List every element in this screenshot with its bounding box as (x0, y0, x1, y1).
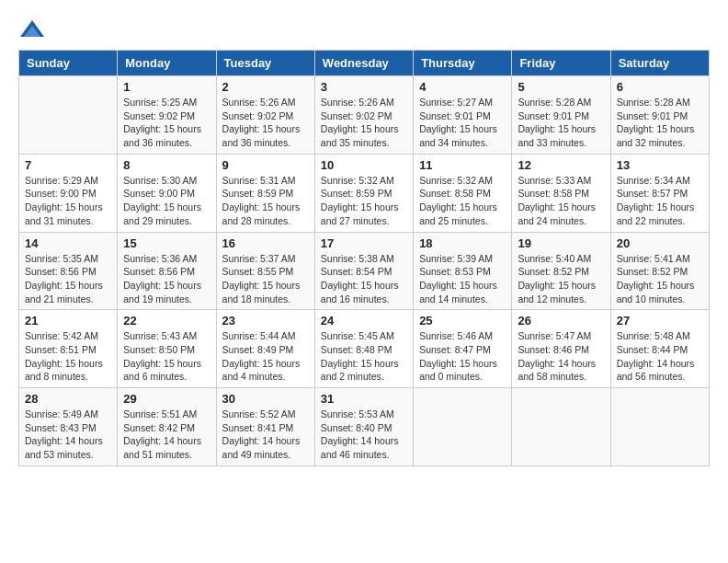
calendar-cell: 6Sunrise: 5:28 AM Sunset: 9:01 PM Daylig… (610, 76, 709, 155)
cell-content: Sunrise: 5:28 AM Sunset: 9:01 PM Dayligh… (617, 96, 703, 150)
cell-content: Sunrise: 5:37 AM Sunset: 8:55 PM Dayligh… (222, 252, 309, 306)
cell-content: Sunrise: 5:51 AM Sunset: 8:42 PM Dayligh… (123, 408, 210, 462)
calendar-week-row: 7Sunrise: 5:29 AM Sunset: 9:00 PM Daylig… (19, 154, 710, 232)
calendar-cell: 20Sunrise: 5:41 AM Sunset: 8:52 PM Dayli… (610, 232, 709, 310)
calendar-cell: 21Sunrise: 5:42 AM Sunset: 8:51 PM Dayli… (19, 310, 118, 388)
day-number: 30 (222, 392, 309, 406)
calendar-day-header: Tuesday (216, 51, 314, 76)
cell-content: Sunrise: 5:48 AM Sunset: 8:44 PM Dayligh… (617, 329, 703, 384)
page-header (18, 18, 710, 40)
calendar-cell: 24Sunrise: 5:45 AM Sunset: 8:48 PM Dayli… (314, 310, 413, 388)
calendar-week-row: 1Sunrise: 5:25 AM Sunset: 9:02 PM Daylig… (19, 76, 710, 155)
calendar-day-header: Thursday (414, 51, 512, 76)
calendar-week-row: 14Sunrise: 5:35 AM Sunset: 8:56 PM Dayli… (19, 232, 710, 310)
day-number: 7 (25, 158, 111, 172)
day-number: 9 (222, 158, 309, 172)
cell-content: Sunrise: 5:35 AM Sunset: 8:56 PM Dayligh… (25, 252, 111, 306)
day-number: 27 (617, 314, 703, 327)
calendar-week-row: 21Sunrise: 5:42 AM Sunset: 8:51 PM Dayli… (19, 310, 710, 388)
calendar-cell: 9Sunrise: 5:31 AM Sunset: 8:59 PM Daylig… (216, 154, 314, 232)
cell-content: Sunrise: 5:26 AM Sunset: 9:02 PM Dayligh… (321, 96, 407, 150)
cell-content: Sunrise: 5:52 AM Sunset: 8:41 PM Dayligh… (222, 408, 309, 462)
cell-content: Sunrise: 5:33 AM Sunset: 8:58 PM Dayligh… (518, 174, 604, 228)
cell-content: Sunrise: 5:29 AM Sunset: 9:00 PM Dayligh… (25, 174, 111, 228)
day-number: 5 (518, 80, 604, 94)
calendar-day-header: Friday (512, 51, 610, 76)
day-number: 14 (25, 236, 111, 250)
day-number: 15 (123, 236, 210, 250)
day-number: 31 (321, 392, 407, 406)
day-number: 8 (123, 158, 210, 172)
calendar-cell: 13Sunrise: 5:34 AM Sunset: 8:57 PM Dayli… (610, 154, 709, 232)
cell-content: Sunrise: 5:39 AM Sunset: 8:53 PM Dayligh… (419, 252, 506, 306)
cell-content: Sunrise: 5:28 AM Sunset: 9:01 PM Dayligh… (518, 96, 604, 150)
logo-icon (18, 18, 46, 40)
calendar-cell: 3Sunrise: 5:26 AM Sunset: 9:02 PM Daylig… (314, 76, 413, 155)
day-number: 3 (321, 80, 407, 94)
day-number: 16 (222, 236, 309, 250)
cell-content: Sunrise: 5:30 AM Sunset: 9:00 PM Dayligh… (123, 174, 210, 228)
day-number: 6 (617, 80, 703, 94)
day-number: 20 (617, 236, 703, 250)
cell-content: Sunrise: 5:44 AM Sunset: 8:49 PM Dayligh… (222, 329, 309, 384)
calendar-cell: 23Sunrise: 5:44 AM Sunset: 8:49 PM Dayli… (216, 310, 314, 388)
cell-content: Sunrise: 5:32 AM Sunset: 8:59 PM Dayligh… (321, 174, 407, 228)
calendar-cell: 22Sunrise: 5:43 AM Sunset: 8:50 PM Dayli… (118, 310, 216, 388)
calendar-cell: 18Sunrise: 5:39 AM Sunset: 8:53 PM Dayli… (414, 232, 512, 310)
calendar-cell: 27Sunrise: 5:48 AM Sunset: 8:44 PM Dayli… (610, 310, 709, 388)
calendar-cell: 2Sunrise: 5:26 AM Sunset: 9:02 PM Daylig… (216, 76, 314, 155)
day-number: 29 (123, 392, 210, 406)
calendar-cell (610, 388, 709, 466)
day-number: 10 (321, 158, 407, 172)
cell-content: Sunrise: 5:47 AM Sunset: 8:46 PM Dayligh… (518, 329, 604, 384)
day-number: 17 (321, 236, 407, 250)
calendar-cell: 30Sunrise: 5:52 AM Sunset: 8:41 PM Dayli… (216, 388, 314, 466)
calendar-cell: 16Sunrise: 5:37 AM Sunset: 8:55 PM Dayli… (216, 232, 314, 310)
cell-content: Sunrise: 5:34 AM Sunset: 8:57 PM Dayligh… (617, 174, 703, 228)
calendar-day-header: Sunday (19, 51, 118, 76)
calendar-cell (414, 388, 512, 466)
cell-content: Sunrise: 5:25 AM Sunset: 9:02 PM Dayligh… (123, 96, 210, 150)
cell-content: Sunrise: 5:43 AM Sunset: 8:50 PM Dayligh… (123, 329, 210, 384)
calendar-cell: 17Sunrise: 5:38 AM Sunset: 8:54 PM Dayli… (314, 232, 413, 310)
cell-content: Sunrise: 5:38 AM Sunset: 8:54 PM Dayligh… (321, 252, 407, 306)
day-number: 28 (25, 392, 111, 406)
calendar-cell: 29Sunrise: 5:51 AM Sunset: 8:42 PM Dayli… (118, 388, 216, 466)
day-number: 23 (222, 314, 309, 327)
cell-content: Sunrise: 5:46 AM Sunset: 8:47 PM Dayligh… (419, 329, 506, 384)
calendar-cell: 4Sunrise: 5:27 AM Sunset: 9:01 PM Daylig… (414, 76, 512, 155)
calendar-week-row: 28Sunrise: 5:49 AM Sunset: 8:43 PM Dayli… (19, 388, 710, 466)
day-number: 18 (419, 236, 506, 250)
calendar-cell: 1Sunrise: 5:25 AM Sunset: 9:02 PM Daylig… (118, 76, 216, 155)
cell-content: Sunrise: 5:40 AM Sunset: 8:52 PM Dayligh… (518, 252, 604, 306)
calendar-cell: 12Sunrise: 5:33 AM Sunset: 8:58 PM Dayli… (512, 154, 610, 232)
calendar-day-header: Saturday (610, 51, 709, 76)
calendar-table: SundayMondayTuesdayWednesdayThursdayFrid… (18, 50, 710, 466)
cell-content: Sunrise: 5:26 AM Sunset: 9:02 PM Dayligh… (222, 96, 309, 150)
cell-content: Sunrise: 5:32 AM Sunset: 8:58 PM Dayligh… (419, 174, 506, 228)
calendar-cell: 26Sunrise: 5:47 AM Sunset: 8:46 PM Dayli… (512, 310, 610, 388)
day-number: 13 (617, 158, 703, 172)
cell-content: Sunrise: 5:53 AM Sunset: 8:40 PM Dayligh… (321, 408, 407, 462)
calendar-cell: 28Sunrise: 5:49 AM Sunset: 8:43 PM Dayli… (19, 388, 118, 466)
calendar-cell: 19Sunrise: 5:40 AM Sunset: 8:52 PM Dayli… (512, 232, 610, 310)
day-number: 2 (222, 80, 309, 94)
cell-content: Sunrise: 5:31 AM Sunset: 8:59 PM Dayligh… (222, 174, 309, 228)
day-number: 21 (25, 314, 111, 327)
cell-content: Sunrise: 5:36 AM Sunset: 8:56 PM Dayligh… (123, 252, 210, 306)
day-number: 19 (518, 236, 604, 250)
day-number: 22 (123, 314, 210, 327)
day-number: 11 (419, 158, 506, 172)
calendar-cell: 7Sunrise: 5:29 AM Sunset: 9:00 PM Daylig… (19, 154, 118, 232)
cell-content: Sunrise: 5:41 AM Sunset: 8:52 PM Dayligh… (617, 252, 703, 306)
cell-content: Sunrise: 5:49 AM Sunset: 8:43 PM Dayligh… (25, 408, 111, 462)
day-number: 12 (518, 158, 604, 172)
calendar-cell: 25Sunrise: 5:46 AM Sunset: 8:47 PM Dayli… (414, 310, 512, 388)
calendar-cell: 11Sunrise: 5:32 AM Sunset: 8:58 PM Dayli… (414, 154, 512, 232)
calendar-day-header: Wednesday (314, 51, 413, 76)
calendar-day-header: Monday (118, 51, 216, 76)
cell-content: Sunrise: 5:27 AM Sunset: 9:01 PM Dayligh… (419, 96, 506, 150)
calendar-cell (512, 388, 610, 466)
day-number: 4 (419, 80, 506, 94)
calendar-cell: 5Sunrise: 5:28 AM Sunset: 9:01 PM Daylig… (512, 76, 610, 155)
